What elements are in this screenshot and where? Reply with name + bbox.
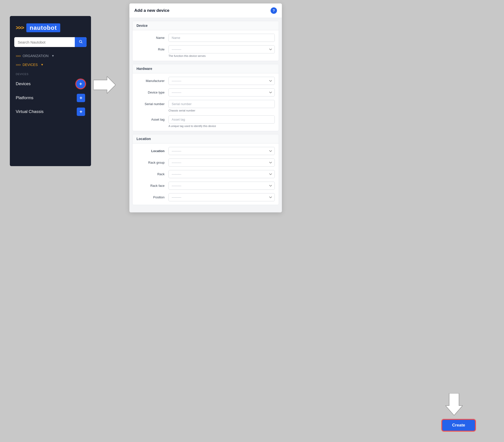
rack-select[interactable]: ---------	[169, 170, 275, 178]
sidebar-item-devices-nav[interactable]: >>> DEVICES ▼	[14, 60, 87, 69]
add-device-button[interactable]: +	[76, 79, 85, 88]
search-button[interactable]	[75, 37, 87, 47]
manufacturer-select[interactable]: ---------	[169, 77, 275, 85]
search-input[interactable]	[14, 37, 75, 47]
nav-item-platforms[interactable]: Platforms +	[14, 91, 87, 105]
rack-field-row: Rack ---------	[137, 170, 275, 178]
location-field-row: Location ---------	[137, 147, 275, 155]
rack-group-field-row: Rack group ---------	[137, 159, 275, 166]
role-select[interactable]: ---------	[169, 45, 275, 54]
serial-number-field-row: Serial number Chassis serial number	[137, 100, 275, 112]
location-section-header: Location	[133, 134, 279, 144]
form-header: Add a new device ?	[129, 3, 282, 18]
logo-arrows-icon: >>>	[16, 25, 24, 31]
location-label: Location	[137, 147, 169, 153]
rack-face-select[interactable]: ---------	[169, 182, 275, 190]
create-button[interactable]: Create	[442, 420, 475, 431]
asset-tag-hint: A unique tag used to identify this devic…	[169, 125, 275, 128]
rack-group-select[interactable]: ---------	[169, 159, 275, 166]
logo-area: >>> nautobot	[10, 16, 91, 37]
org-chevron-icon: ▼	[52, 54, 54, 57]
serial-number-input[interactable]	[169, 100, 275, 108]
sidebar-nav: >>> ORGANIZATION ▼ >>> DEVICES ▼ DEVICES…	[10, 52, 91, 118]
asset-tag-field-row: Asset tag A unique tag used to identify …	[137, 115, 275, 128]
rack-label: Rack	[137, 170, 169, 176]
device-type-select[interactable]: ---------	[169, 88, 275, 96]
device-type-field-row: Device type ---------	[137, 88, 275, 96]
dev-arrows-icon: >>>	[16, 63, 21, 67]
position-field-row: Position ---------	[137, 193, 275, 201]
rack-face-field-row: Rack face ---------	[137, 182, 275, 190]
device-type-label: Device type	[137, 88, 169, 94]
sidebar: >>> nautobot >>> ORGANIZATION ▼ >>> DEVI…	[10, 16, 91, 166]
asset-tag-label: Asset tag	[137, 115, 169, 121]
org-arrows-icon: >>>	[16, 54, 21, 58]
svg-marker-2	[93, 76, 116, 93]
form-title: Add a new device	[134, 8, 170, 13]
svg-marker-3	[445, 393, 463, 415]
svg-line-1	[81, 42, 82, 43]
position-label: Position	[137, 193, 169, 199]
devices-nav-list: Devices + Platforms + Virtual Chassis +	[14, 77, 87, 118]
dev-chevron-icon: ▼	[41, 63, 44, 66]
add-device-form: Add a new device ? Device Name Role ----…	[129, 3, 282, 212]
dev-label: DEVICES	[23, 63, 38, 67]
nav-item-virtual-chassis[interactable]: Virtual Chassis +	[14, 105, 87, 118]
location-select[interactable]: ---------	[169, 147, 275, 155]
device-section-header: Device	[133, 21, 279, 30]
device-section: Device Name Role --------- The function …	[132, 21, 279, 61]
logo-text: nautobot	[26, 23, 61, 32]
add-platform-button[interactable]: +	[77, 94, 85, 102]
name-field-row: Name	[137, 34, 275, 42]
hardware-section: Hardware Manufacturer --------- Device t…	[132, 64, 279, 131]
sidebar-item-organization[interactable]: >>> ORGANIZATION ▼	[14, 52, 87, 60]
nav-item-devices[interactable]: Devices +	[14, 77, 87, 91]
role-field-row: Role --------- The function this device …	[137, 45, 275, 57]
create-button-wrapper: Create	[442, 420, 475, 431]
role-label: Role	[137, 45, 169, 51]
nav-item-devices-label: Devices	[16, 81, 31, 86]
nav-item-virtual-chassis-label: Virtual Chassis	[16, 109, 44, 114]
name-input[interactable]	[169, 34, 275, 42]
serial-number-hint: Chassis serial number	[169, 109, 275, 112]
svg-point-0	[79, 40, 82, 43]
serial-number-label: Serial number	[137, 100, 169, 106]
role-hint: The function this device serves	[169, 55, 275, 57]
search-icon	[79, 40, 83, 44]
manufacturer-field-row: Manufacturer ---------	[137, 77, 275, 85]
name-label: Name	[137, 34, 169, 40]
arrow-right-icon	[93, 76, 116, 93]
rack-group-label: Rack group	[137, 159, 169, 165]
manufacturer-label: Manufacturer	[137, 77, 169, 83]
rack-face-label: Rack face	[137, 182, 169, 187]
position-select[interactable]: ---------	[169, 193, 275, 201]
nav-item-platforms-label: Platforms	[16, 95, 34, 100]
add-virtual-chassis-button[interactable]: +	[77, 108, 85, 116]
asset-tag-input[interactable]	[169, 115, 275, 124]
org-label: ORGANIZATION	[23, 54, 49, 58]
devices-section-label: DEVICES	[14, 69, 87, 77]
location-section: Location Location --------- Rack group -…	[132, 134, 279, 205]
hardware-section-header: Hardware	[133, 64, 279, 73]
help-icon[interactable]: ?	[271, 7, 277, 14]
arrow-down-icon	[445, 393, 463, 415]
search-bar[interactable]	[14, 37, 87, 47]
